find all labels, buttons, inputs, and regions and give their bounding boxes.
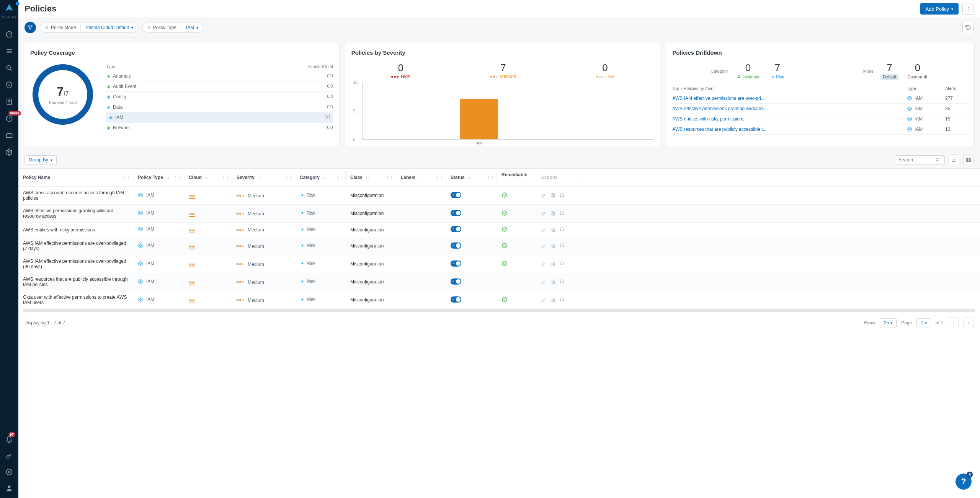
nav-search[interactable] <box>5 64 13 72</box>
table-row[interactable]: AWS IAM effective permissions are over-p… <box>18 255 980 273</box>
coverage-type-row[interactable]: ◈Audit Event0/0 <box>106 81 333 92</box>
drilldown-default[interactable]: 7 Default <box>880 62 898 80</box>
svg-rect-43 <box>551 244 554 247</box>
edit-icon[interactable] <box>541 243 546 249</box>
iam-icon <box>138 210 143 216</box>
status-toggle[interactable]: ✓ <box>451 242 461 249</box>
status-toggle[interactable]: ✓ <box>451 210 461 216</box>
col-policy-type[interactable]: Policy Type ↑↓⋮⋮ <box>133 171 184 184</box>
table-row[interactable]: AWS resources that are publicly accessib… <box>18 273 980 291</box>
drilldown-incidents[interactable]: 0 Incidents <box>735 62 761 80</box>
bell-icon[interactable] <box>559 261 565 267</box>
remove-filter-icon[interactable]: ✕ <box>147 25 151 30</box>
bell-icon[interactable] <box>559 193 565 198</box>
copy-icon[interactable] <box>550 297 555 303</box>
table-row[interactable]: AWS cross-account resource access throug… <box>18 187 980 205</box>
nav-dashboard[interactable] <box>5 31 13 38</box>
download-button[interactable] <box>949 155 959 165</box>
status-toggle[interactable]: ✓ <box>451 226 461 232</box>
status-toggle[interactable]: ✓ <box>451 192 461 198</box>
svg-rect-23 <box>970 158 970 161</box>
col-labels[interactable]: Labels ↑↓⋮⋮ <box>396 171 446 184</box>
bell-icon[interactable] <box>559 297 565 303</box>
col-class[interactable]: Class ↑↓⋮⋮ <box>346 171 396 184</box>
bell-icon[interactable] <box>559 227 565 233</box>
drilldown-row[interactable]: AWS IAM effective permissions are over-p… <box>672 93 968 104</box>
group-by-button[interactable]: Group By ▾ <box>24 155 57 164</box>
table-row[interactable]: Okta user with effective permissions to … <box>18 291 980 309</box>
filter-policy-mode[interactable]: ✕Policy Mode Prisma Cloud Default ▾ <box>40 23 138 33</box>
copy-icon[interactable] <box>550 243 555 249</box>
drilldown-risk[interactable]: 7 Risk <box>768 62 786 80</box>
col-category[interactable]: Category ↑↓⋮⋮ <box>295 171 346 184</box>
remove-filter-icon[interactable]: ✕ <box>45 25 49 30</box>
filter-policy-type[interactable]: ✕Policy Type IAM ▾ <box>142 23 204 33</box>
coverage-type-row[interactable]: ◈Config0/0 <box>106 92 333 102</box>
page-select[interactable]: 1 ▾ <box>916 318 931 327</box>
prev-page-button[interactable]: ‹ <box>948 317 959 328</box>
filter-icon[interactable] <box>24 22 36 33</box>
col-policy-name[interactable]: Policy Name ↑⋮⋮ <box>18 171 133 184</box>
chart-bar[interactable] <box>460 99 498 139</box>
coverage-type-row[interactable]: ◈IAM7/7 <box>106 112 333 123</box>
drilldown-row[interactable]: AWS effective permissions granting wildc… <box>672 104 968 114</box>
horizontal-scrollbar[interactable] <box>23 309 975 312</box>
nav-inventory[interactable] <box>5 47 13 55</box>
status-toggle[interactable]: ✓ <box>451 260 461 267</box>
nav-access-key[interactable] <box>5 452 13 460</box>
copy-icon[interactable] <box>550 279 555 285</box>
table-row[interactable]: AWS entities with risky permissions IAM … <box>18 223 980 237</box>
bell-icon[interactable] <box>559 211 565 216</box>
nav-alerts[interactable]: 9999+ <box>5 115 13 122</box>
copy-icon[interactable] <box>550 211 555 216</box>
edit-icon[interactable] <box>541 211 546 216</box>
edit-icon[interactable] <box>541 193 546 198</box>
nav-notifications[interactable]: 97 <box>5 436 13 444</box>
nav-policies[interactable] <box>5 98 13 106</box>
svg-point-15 <box>909 108 911 110</box>
drilldown-row[interactable]: AWS entities with risky permissionsIAM15 <box>672 114 968 124</box>
nav-compliance[interactable] <box>5 81 13 89</box>
add-policy-button[interactable]: Add Policy ▾ <box>920 3 959 15</box>
drilldown-row[interactable]: AWS resources that are publicly accessib… <box>672 124 968 135</box>
bell-icon[interactable] <box>559 279 565 285</box>
col-status[interactable]: Status ↑↓⋮⋮ <box>446 171 497 184</box>
more-actions-button[interactable]: ⋮ <box>962 3 974 15</box>
svg-point-16 <box>908 117 912 121</box>
rows-per-page-select[interactable]: 25 ▾ <box>880 318 897 327</box>
edit-icon[interactable] <box>541 279 546 285</box>
copy-icon[interactable] <box>550 227 555 233</box>
help-button[interactable]: ?8 <box>956 474 972 490</box>
severity-medium[interactable]: 7 Medium <box>490 62 516 79</box>
coverage-type-row[interactable]: ◈Data0/0 <box>106 102 333 112</box>
logo[interactable]: CLOUD <box>2 3 16 19</box>
copy-icon[interactable] <box>550 193 555 198</box>
reset-filters-button[interactable] <box>962 22 974 33</box>
status-toggle[interactable]: ✓ <box>451 296 461 303</box>
nav-settings[interactable] <box>5 148 13 156</box>
next-page-button[interactable]: › <box>963 317 974 328</box>
coverage-type-row[interactable]: ◈Network0/0 <box>106 123 333 133</box>
flame-icon <box>300 243 304 248</box>
coverage-type-row[interactable]: ◈Anomaly0/0 <box>106 71 333 81</box>
drilldown-custom[interactable]: 0 Custom <box>905 62 930 80</box>
svg-point-25 <box>140 194 142 196</box>
table-row[interactable]: AWS IAM effective permissions are over-p… <box>18 237 980 255</box>
edit-icon[interactable] <box>541 227 546 233</box>
nav-user[interactable] <box>5 484 13 492</box>
col-severity[interactable]: Severity ↑↓⋮⋮ <box>232 171 295 184</box>
edit-icon[interactable] <box>541 297 546 303</box>
severity-high[interactable]: 0 High <box>391 62 410 79</box>
status-toggle[interactable]: ✓ <box>451 278 461 285</box>
columns-button[interactable] <box>963 155 974 165</box>
nav-cloud-accounts[interactable] <box>5 132 13 139</box>
col-cloud[interactable]: Cloud ↑↓⋮⋮ <box>184 171 232 184</box>
col-remediable[interactable]: Remediable ↑↓ <box>497 169 536 186</box>
severity-low[interactable]: 0 Low <box>596 62 614 79</box>
search-input[interactable] <box>895 155 945 164</box>
edit-icon[interactable] <box>541 261 546 267</box>
table-row[interactable]: AWS effective permissions granting wildc… <box>18 205 980 223</box>
bell-icon[interactable] <box>559 243 565 249</box>
nav-support[interactable] <box>5 468 13 476</box>
copy-icon[interactable] <box>550 261 555 267</box>
